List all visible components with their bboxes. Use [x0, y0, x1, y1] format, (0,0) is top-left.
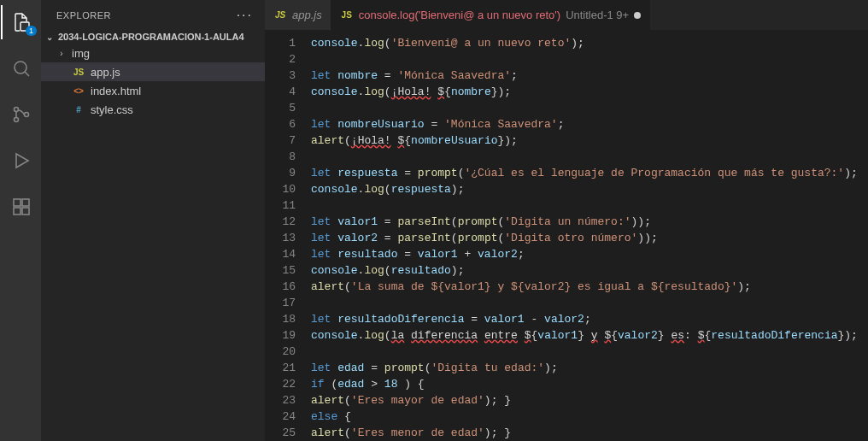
- file-app-js[interactable]: JS app.js: [41, 62, 265, 81]
- file-tree: › img JS app.js <> index.html # style.cs…: [41, 44, 265, 119]
- svg-point-3: [15, 108, 19, 112]
- search-icon[interactable]: [1, 51, 42, 85]
- activity-badge: 1: [26, 26, 37, 36]
- folder-img[interactable]: › img: [41, 44, 265, 62]
- project-name: 2034-LOGICA-PROGRAMACION-1-AULA4: [58, 32, 244, 42]
- js-icon: JS: [273, 9, 287, 22]
- editor-tabs: JS app.js JS console.log('Bienveni@ a un…: [265, 0, 868, 30]
- chevron-right-icon: ›: [56, 49, 67, 58]
- svg-rect-8: [14, 208, 21, 215]
- file-label: style.css: [91, 103, 133, 116]
- svg-line-2: [25, 72, 29, 76]
- file-index-html[interactable]: <> index.html: [41, 81, 265, 100]
- file-style-css[interactable]: # style.css: [41, 100, 265, 119]
- svg-point-1: [15, 62, 26, 74]
- explorer-title: EXPLORER: [56, 10, 111, 21]
- js-icon: JS: [72, 65, 85, 79]
- tab-suffix: Untitled-1 9+: [566, 9, 629, 21]
- explorer-more-icon[interactable]: ···: [237, 8, 253, 23]
- svg-rect-10: [22, 199, 29, 206]
- source-control-icon[interactable]: [1, 97, 42, 132]
- svg-rect-7: [14, 199, 21, 206]
- svg-point-4: [15, 118, 19, 122]
- tab-label: console.log('Bienveni@ a un nuevo reto'): [359, 9, 560, 21]
- tab-untitled[interactable]: JS console.log('Bienveni@ a un nuevo ret…: [331, 0, 651, 30]
- code-editor[interactable]: 1234567891011121314151617181920212223242…: [265, 30, 868, 441]
- run-debug-icon[interactable]: [1, 144, 42, 178]
- tab-app-js[interactable]: JS app.js: [265, 0, 331, 30]
- chevron-down-icon: ⌄: [44, 32, 55, 42]
- html-icon: <>: [72, 84, 85, 97]
- explorer-header: EXPLORER ···: [41, 0, 265, 30]
- code-content[interactable]: console.log('Bienveni@ a un nuevo reto')…: [308, 30, 868, 441]
- js-icon: JS: [340, 9, 354, 22]
- file-label: app.js: [91, 66, 120, 79]
- css-icon: #: [72, 103, 85, 116]
- tab-label: app.js: [292, 9, 322, 21]
- editor-group: JS app.js JS console.log('Bienveni@ a un…: [265, 0, 868, 441]
- explorer-icon[interactable]: 1: [1, 5, 42, 39]
- activity-bar: 1: [0, 0, 41, 441]
- file-label: index.html: [91, 85, 141, 97]
- extensions-icon[interactable]: [1, 190, 42, 224]
- svg-point-5: [25, 113, 29, 117]
- explorer-sidebar: EXPLORER ··· ⌄ 2034-LOGICA-PROGRAMACION-…: [41, 0, 265, 441]
- svg-marker-6: [16, 154, 28, 168]
- project-root[interactable]: ⌄ 2034-LOGICA-PROGRAMACION-1-AULA4: [41, 30, 265, 44]
- unsaved-dot-icon: [634, 12, 641, 19]
- folder-label: img: [72, 47, 90, 60]
- svg-rect-9: [22, 208, 29, 215]
- line-gutter: 1234567891011121314151617181920212223242…: [265, 30, 308, 441]
